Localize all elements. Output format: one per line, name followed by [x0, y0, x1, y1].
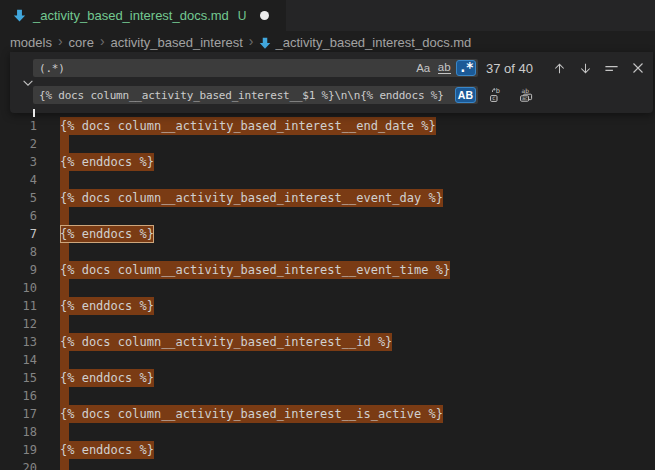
match-highlight: {% docs column__activity_based_interest_…: [60, 405, 443, 423]
editor-line[interactable]: 12: [0, 315, 655, 333]
line-text: {% enddocs %}: [60, 369, 154, 387]
editor-line[interactable]: 11{% enddocs %}: [0, 297, 655, 315]
match-highlight: {% docs column__activity_based_interest_…: [60, 117, 436, 135]
line-text: [60, 315, 69, 333]
match-highlight: [60, 171, 69, 189]
editor-line[interactable]: 14: [0, 351, 655, 369]
match-highlight: {% enddocs %}: [60, 297, 154, 315]
line-text: {% docs column__activity_based_interest_…: [60, 189, 443, 207]
text-cursor-artifact: [33, 109, 35, 117]
markdown-file-icon: [259, 37, 271, 49]
editor-line[interactable]: 16: [0, 387, 655, 405]
line-number: 10: [0, 279, 37, 297]
regex-toggle[interactable]: .*: [456, 60, 476, 76]
svg-text:b: b: [495, 87, 499, 95]
find-input-value: (.*): [39, 62, 414, 75]
editor-line[interactable]: 1{% docs column__activity_based_interest…: [0, 117, 655, 135]
line-text: [60, 423, 69, 441]
line-text: {% enddocs %}: [60, 297, 154, 315]
replace-all-button[interactable]: ab ac: [515, 85, 536, 105]
line-number: 16: [0, 387, 37, 405]
editor-line[interactable]: 9{% docs column__activity_based_interest…: [0, 261, 655, 279]
match-count: 37 of 40: [486, 61, 533, 76]
match-highlight: [60, 387, 69, 405]
match-highlight: [60, 459, 69, 470]
modified-indicator-dot[interactable]: [260, 11, 269, 20]
line-text: {% docs column__activity_based_interest_…: [60, 333, 392, 351]
match-highlight: {% enddocs %}: [60, 441, 154, 459]
current-match-highlight: {% enddocs %}: [60, 225, 154, 243]
breadcrumb-item[interactable]: activity_based_interest: [111, 35, 243, 50]
line-number: 6: [0, 207, 37, 225]
line-text: [60, 459, 69, 470]
line-text: {% docs column__activity_based_interest_…: [60, 261, 450, 279]
editor-line[interactable]: 6: [0, 207, 655, 225]
editor-line[interactable]: 18: [0, 423, 655, 441]
code-lines: 1{% docs column__activity_based_interest…: [0, 53, 655, 470]
match-highlight: [60, 243, 69, 261]
line-number: 17: [0, 405, 37, 423]
line-text: [60, 351, 69, 369]
editor-line[interactable]: 13{% docs column__activity_based_interes…: [0, 333, 655, 351]
match-highlight: [60, 351, 69, 369]
breadcrumb-item[interactable]: _activity_based_interest_docs.md: [259, 35, 471, 50]
toggle-replace-chevron[interactable]: [20, 75, 35, 90]
match-highlight: [60, 207, 69, 225]
line-text: {% docs column__activity_based_interest_…: [60, 405, 443, 423]
match-highlight: {% enddocs %}: [60, 153, 154, 171]
previous-match-button[interactable]: [549, 58, 570, 78]
tab-active[interactable]: _activity_based_interest_docs.md U: [0, 0, 286, 31]
close-button[interactable]: [627, 58, 648, 78]
editor-line[interactable]: 8: [0, 243, 655, 261]
line-number: 15: [0, 369, 37, 387]
replace-input[interactable]: {% docs column__activity_based_interest_…: [33, 86, 478, 104]
editor-line[interactable]: 20: [0, 459, 655, 470]
match-highlight: [60, 279, 69, 297]
line-text: {% enddocs %}: [60, 153, 154, 171]
breadcrumb-item[interactable]: core: [69, 35, 94, 50]
line-number: 5: [0, 189, 37, 207]
line-number: 19: [0, 441, 37, 459]
line-number: 1: [0, 117, 37, 135]
line-text: {% enddocs %}: [60, 441, 154, 459]
replace-input-value: {% docs column__activity_based_interest_…: [39, 89, 455, 102]
line-text: [60, 243, 69, 261]
editor-line[interactable]: 10: [0, 279, 655, 297]
line-number: 20: [0, 459, 37, 470]
editor-line[interactable]: 17{% docs column__activity_based_interes…: [0, 405, 655, 423]
preserve-case-toggle[interactable]: AB: [455, 87, 476, 103]
breadcrumb-item[interactable]: models: [10, 35, 52, 50]
line-number: 14: [0, 351, 37, 369]
svg-text:ac: ac: [522, 95, 528, 101]
line-number: 7: [0, 225, 37, 243]
breadcrumb-separator: ›: [99, 34, 106, 50]
editor-line[interactable]: 7{% enddocs %}: [0, 225, 655, 243]
match-case-toggle[interactable]: Aa: [414, 60, 433, 76]
line-number: 9: [0, 261, 37, 279]
match-highlight: [60, 135, 69, 153]
line-number: 11: [0, 297, 37, 315]
line-text: [60, 135, 69, 153]
find-input[interactable]: (.*) Aa ab .*: [33, 59, 478, 77]
match-highlight: {% enddocs %}: [60, 369, 154, 387]
editor-line[interactable]: 4: [0, 171, 655, 189]
editor-line[interactable]: 3{% enddocs %}: [0, 153, 655, 171]
editor-line[interactable]: 15{% enddocs %}: [0, 369, 655, 387]
replace-button[interactable]: b c: [486, 85, 507, 105]
find-in-selection-button[interactable]: [601, 58, 622, 78]
editor-pane[interactable]: 1{% docs column__activity_based_interest…: [0, 53, 655, 470]
line-number: 4: [0, 171, 37, 189]
match-highlight: {% docs column__activity_based_interest_…: [60, 333, 392, 351]
line-text: [60, 207, 69, 225]
line-number: 8: [0, 243, 37, 261]
next-match-button[interactable]: [575, 58, 596, 78]
line-text: {% docs column__activity_based_interest_…: [60, 117, 436, 135]
editor-line[interactable]: 5{% docs column__activity_based_interest…: [0, 189, 655, 207]
whole-word-toggle[interactable]: ab: [435, 60, 454, 76]
editor-line[interactable]: 2: [0, 135, 655, 153]
editor-line[interactable]: 19{% enddocs %}: [0, 441, 655, 459]
line-number: 18: [0, 423, 37, 441]
line-number: 12: [0, 315, 37, 333]
git-status-badge: U: [238, 9, 247, 23]
svg-text:c: c: [492, 95, 495, 101]
